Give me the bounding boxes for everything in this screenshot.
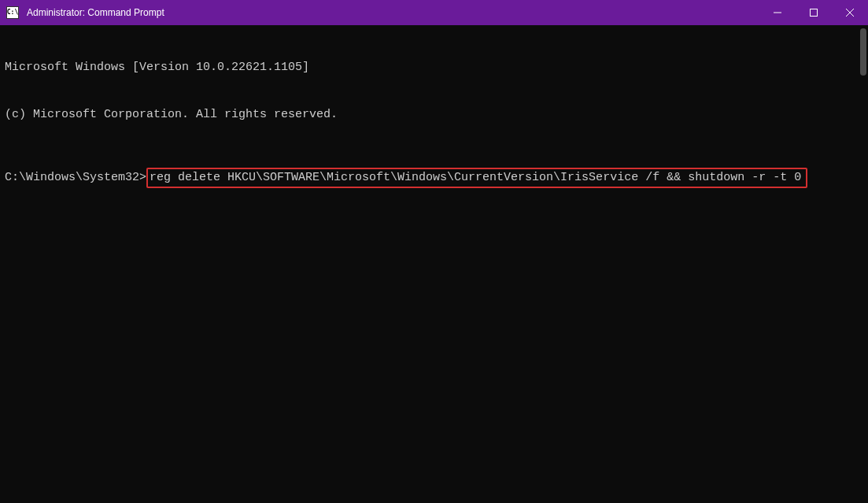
scrollbar-thumb[interactable] (860, 28, 866, 76)
maximize-icon (810, 9, 818, 17)
terminal-command-highlighted: reg delete HKCU\SOFTWARE\Microsoft\Windo… (146, 168, 807, 188)
terminal-output-line: Microsoft Windows [Version 10.0.22621.11… (5, 60, 863, 76)
close-icon (846, 9, 854, 17)
app-icon: C:\ (6, 6, 19, 19)
minimize-button[interactable] (759, 0, 796, 25)
terminal-area[interactable]: Microsoft Windows [Version 10.0.22621.11… (0, 25, 868, 503)
scrollbar[interactable] (857, 25, 868, 503)
window-controls (759, 0, 868, 25)
titlebar[interactable]: C:\ Administrator: Command Prompt (0, 0, 868, 25)
terminal-prompt-line: C:\Windows\System32>reg delete HKCU\SOFT… (5, 170, 863, 188)
maximize-button[interactable] (796, 0, 832, 25)
close-button[interactable] (832, 0, 868, 25)
minimize-icon (774, 9, 781, 17)
svg-rect-1 (811, 9, 818, 17)
command-prompt-window: C:\ Administrator: Command Prompt Micros… (0, 0, 868, 503)
terminal-prompt: C:\Windows\System32> (5, 170, 146, 186)
terminal-output-line: (c) Microsoft Corporation. All rights re… (5, 107, 863, 123)
app-icon-text: C:\ (7, 9, 18, 16)
window-title: Administrator: Command Prompt (25, 7, 759, 18)
